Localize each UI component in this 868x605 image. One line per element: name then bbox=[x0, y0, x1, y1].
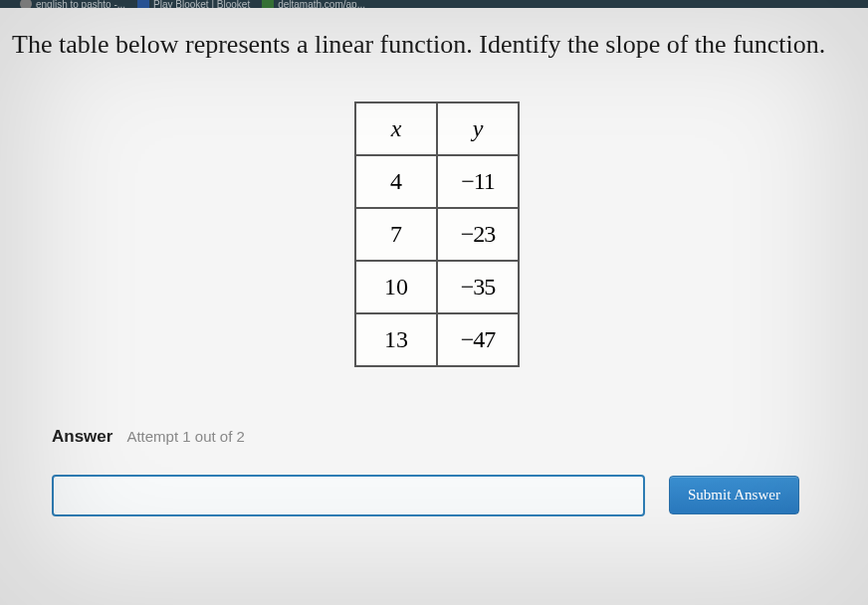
cell-x: 7 bbox=[355, 208, 437, 261]
bookmark-label: english to pashto -... bbox=[36, 0, 125, 8]
deltamath-icon bbox=[262, 0, 274, 8]
bookmark-label: deltamath.com/ap... bbox=[278, 0, 365, 8]
function-table: x y 4 −11 7 −23 10 −35 13 −47 bbox=[354, 101, 520, 367]
globe-icon bbox=[20, 0, 32, 8]
table-row: 4 −11 bbox=[355, 155, 519, 208]
main-content: The table below represents a linear func… bbox=[0, 8, 868, 516]
cell-y: −11 bbox=[437, 155, 519, 208]
table-row: 10 −35 bbox=[355, 261, 519, 313]
answer-input-row: Submit Answer bbox=[12, 475, 862, 516]
header-x: x bbox=[355, 102, 437, 155]
bookmark-item[interactable]: deltamath.com/ap... bbox=[262, 0, 365, 8]
answer-input[interactable] bbox=[52, 475, 645, 516]
bookmark-label: Play Blooket | Blooket bbox=[153, 0, 250, 8]
blooket-icon bbox=[137, 0, 149, 8]
cell-y: −35 bbox=[437, 261, 519, 313]
cell-x: 10 bbox=[355, 261, 437, 313]
table-row: 7 −23 bbox=[355, 208, 519, 261]
table-row: 13 −47 bbox=[355, 313, 519, 366]
cell-x: 13 bbox=[355, 313, 437, 366]
browser-bookmark-bar: english to pashto -... Play Blooket | Bl… bbox=[0, 0, 868, 8]
answer-label: Answer bbox=[52, 427, 112, 446]
table-container: x y 4 −11 7 −23 10 −35 13 −47 bbox=[12, 101, 862, 367]
table-header-row: x y bbox=[355, 102, 519, 155]
question-text: The table below represents a linear func… bbox=[12, 28, 862, 62]
bookmark-item[interactable]: english to pashto -... bbox=[20, 0, 125, 8]
submit-answer-button[interactable]: Submit Answer bbox=[669, 476, 799, 514]
cell-x: 4 bbox=[355, 155, 437, 208]
bookmark-item[interactable]: Play Blooket | Blooket bbox=[137, 0, 250, 8]
cell-y: −47 bbox=[437, 313, 519, 366]
attempt-text: Attempt 1 out of 2 bbox=[126, 428, 244, 445]
header-y: y bbox=[437, 102, 519, 155]
answer-header: Answer Attempt 1 out of 2 bbox=[12, 427, 862, 447]
cell-y: −23 bbox=[437, 208, 519, 261]
